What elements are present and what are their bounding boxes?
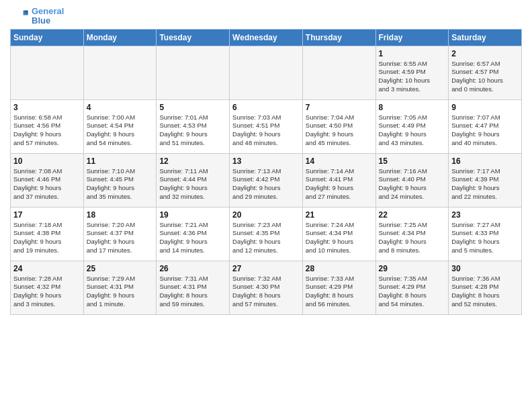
day-info: Sunrise: 7:10 AM Sunset: 4:45 PM Dayligh… — [87, 167, 154, 201]
calendar-week-row: 17Sunrise: 7:18 AM Sunset: 4:38 PM Dayli… — [11, 207, 522, 261]
day-number: 2 — [451, 49, 519, 58]
day-number: 8 — [379, 103, 446, 112]
calendar-cell: 14Sunrise: 7:14 AM Sunset: 4:41 PM Dayli… — [302, 153, 375, 207]
day-info: Sunrise: 6:55 AM Sunset: 4:59 PM Dayligh… — [379, 60, 446, 94]
weekday-header: Thursday — [302, 29, 375, 46]
day-info: Sunrise: 6:57 AM Sunset: 4:57 PM Dayligh… — [451, 60, 519, 94]
day-info: Sunrise: 7:20 AM Sunset: 4:37 PM Dayligh… — [87, 221, 154, 255]
calendar-cell: 5Sunrise: 7:01 AM Sunset: 4:53 PM Daylig… — [157, 99, 230, 153]
day-number: 3 — [13, 103, 81, 112]
day-info: Sunrise: 7:01 AM Sunset: 4:53 PM Dayligh… — [159, 113, 226, 148]
calendar-cell: 22Sunrise: 7:25 AM Sunset: 4:34 PM Dayli… — [375, 207, 449, 261]
calendar-cell: 27Sunrise: 7:32 AM Sunset: 4:30 PM Dayli… — [230, 261, 303, 314]
day-number: 28 — [306, 264, 373, 273]
day-info: Sunrise: 7:05 AM Sunset: 4:49 PM Dayligh… — [379, 113, 446, 148]
calendar-cell: 1Sunrise: 6:55 AM Sunset: 4:59 PM Daylig… — [375, 46, 449, 99]
calendar-cell — [302, 46, 375, 99]
day-info: Sunrise: 7:27 AM Sunset: 4:33 PM Dayligh… — [451, 221, 519, 255]
day-number: 25 — [87, 264, 154, 273]
day-info: Sunrise: 7:03 AM Sunset: 4:51 PM Dayligh… — [232, 113, 300, 148]
day-info: Sunrise: 7:25 AM Sunset: 4:34 PM Dayligh… — [379, 221, 446, 255]
day-info: Sunrise: 7:35 AM Sunset: 4:29 PM Dayligh… — [379, 275, 446, 309]
calendar-cell: 8Sunrise: 7:05 AM Sunset: 4:49 PM Daylig… — [375, 99, 449, 153]
day-number: 22 — [379, 210, 446, 220]
weekday-header: Saturday — [449, 29, 522, 46]
day-number: 27 — [232, 264, 300, 273]
day-info: Sunrise: 7:11 AM Sunset: 4:44 PM Dayligh… — [159, 167, 226, 201]
calendar-cell — [11, 46, 84, 99]
day-info: Sunrise: 7:14 AM Sunset: 4:41 PM Dayligh… — [306, 167, 373, 201]
weekday-header: Friday — [375, 29, 449, 46]
calendar-cell: 11Sunrise: 7:10 AM Sunset: 4:45 PM Dayli… — [83, 153, 157, 207]
day-number: 10 — [13, 156, 81, 166]
calendar-week-row: 24Sunrise: 7:28 AM Sunset: 4:32 PM Dayli… — [11, 261, 522, 314]
logo-text: General Blue — [32, 7, 64, 26]
calendar-cell: 20Sunrise: 7:23 AM Sunset: 4:35 PM Dayli… — [230, 207, 303, 261]
calendar-cell: 23Sunrise: 7:27 AM Sunset: 4:33 PM Dayli… — [449, 207, 522, 261]
day-info: Sunrise: 7:04 AM Sunset: 4:50 PM Dayligh… — [306, 113, 373, 148]
calendar-cell: 17Sunrise: 7:18 AM Sunset: 4:38 PM Dayli… — [11, 207, 84, 261]
calendar-cell: 21Sunrise: 7:24 AM Sunset: 4:34 PM Dayli… — [302, 207, 375, 261]
day-number: 24 — [13, 264, 81, 273]
calendar-cell: 25Sunrise: 7:29 AM Sunset: 4:31 PM Dayli… — [83, 261, 157, 314]
calendar-cell: 24Sunrise: 7:28 AM Sunset: 4:32 PM Dayli… — [11, 261, 84, 314]
calendar-table: SundayMondayTuesdayWednesdayThursdayFrid… — [10, 29, 522, 315]
day-info: Sunrise: 7:21 AM Sunset: 4:36 PM Dayligh… — [159, 221, 226, 255]
day-info: Sunrise: 7:08 AM Sunset: 4:46 PM Dayligh… — [13, 167, 81, 201]
day-number: 11 — [87, 156, 154, 166]
day-number: 1 — [379, 49, 446, 58]
day-number: 7 — [306, 103, 373, 112]
calendar-cell — [83, 46, 157, 99]
calendar-cell: 3Sunrise: 6:58 AM Sunset: 4:56 PM Daylig… — [11, 99, 84, 153]
day-info: Sunrise: 7:29 AM Sunset: 4:31 PM Dayligh… — [87, 275, 154, 309]
day-number: 18 — [87, 210, 154, 220]
day-info: Sunrise: 7:00 AM Sunset: 4:54 PM Dayligh… — [87, 113, 154, 148]
weekday-header: Monday — [83, 29, 157, 46]
calendar-cell: 19Sunrise: 7:21 AM Sunset: 4:36 PM Dayli… — [157, 207, 230, 261]
day-info: Sunrise: 6:58 AM Sunset: 4:56 PM Dayligh… — [13, 113, 81, 148]
weekday-header: Wednesday — [230, 29, 303, 46]
day-info: Sunrise: 7:17 AM Sunset: 4:39 PM Dayligh… — [451, 167, 519, 201]
day-info: Sunrise: 7:07 AM Sunset: 4:47 PM Dayligh… — [451, 113, 519, 148]
day-number: 20 — [232, 210, 300, 220]
day-info: Sunrise: 7:23 AM Sunset: 4:35 PM Dayligh… — [232, 221, 300, 255]
weekday-header: Tuesday — [157, 29, 230, 46]
calendar-cell: 7Sunrise: 7:04 AM Sunset: 4:50 PM Daylig… — [302, 99, 375, 153]
calendar-cell: 15Sunrise: 7:16 AM Sunset: 4:40 PM Dayli… — [375, 153, 449, 207]
logo: General Blue — [10, 7, 64, 26]
day-number: 4 — [87, 103, 154, 112]
calendar-cell: 10Sunrise: 7:08 AM Sunset: 4:46 PM Dayli… — [11, 153, 84, 207]
day-number: 15 — [379, 156, 446, 166]
day-number: 29 — [379, 264, 446, 273]
day-number: 23 — [451, 210, 519, 220]
day-info: Sunrise: 7:28 AM Sunset: 4:32 PM Dayligh… — [13, 275, 81, 309]
calendar-cell — [230, 46, 303, 99]
day-info: Sunrise: 7:36 AM Sunset: 4:28 PM Dayligh… — [451, 275, 519, 309]
day-number: 12 — [159, 156, 226, 166]
calendar-cell: 18Sunrise: 7:20 AM Sunset: 4:37 PM Dayli… — [83, 207, 157, 261]
day-info: Sunrise: 7:33 AM Sunset: 4:29 PM Dayligh… — [306, 275, 373, 309]
day-number: 30 — [451, 264, 519, 273]
calendar-cell: 12Sunrise: 7:11 AM Sunset: 4:44 PM Dayli… — [157, 153, 230, 207]
day-info: Sunrise: 7:16 AM Sunset: 4:40 PM Dayligh… — [379, 167, 446, 201]
day-number: 5 — [159, 103, 226, 112]
day-info: Sunrise: 7:31 AM Sunset: 4:31 PM Dayligh… — [159, 275, 226, 309]
day-number: 13 — [232, 156, 300, 166]
day-info: Sunrise: 7:18 AM Sunset: 4:38 PM Dayligh… — [13, 221, 81, 255]
calendar-cell: 6Sunrise: 7:03 AM Sunset: 4:51 PM Daylig… — [230, 99, 303, 153]
page-container: General Blue SundayMondayTuesdayWednesda… — [0, 0, 532, 322]
weekday-header-row: SundayMondayTuesdayWednesdayThursdayFrid… — [11, 29, 522, 46]
day-number: 14 — [306, 156, 373, 166]
day-info: Sunrise: 7:32 AM Sunset: 4:30 PM Dayligh… — [232, 275, 300, 309]
day-number: 6 — [232, 103, 300, 112]
calendar-cell: 2Sunrise: 6:57 AM Sunset: 4:57 PM Daylig… — [449, 46, 522, 99]
day-number: 26 — [159, 264, 226, 273]
logo-icon — [10, 7, 29, 26]
day-number: 21 — [306, 210, 373, 220]
day-number: 16 — [451, 156, 519, 166]
calendar-cell — [157, 46, 230, 99]
calendar-cell: 9Sunrise: 7:07 AM Sunset: 4:47 PM Daylig… — [449, 99, 522, 153]
calendar-cell: 16Sunrise: 7:17 AM Sunset: 4:39 PM Dayli… — [449, 153, 522, 207]
day-info: Sunrise: 7:13 AM Sunset: 4:42 PM Dayligh… — [232, 167, 300, 201]
day-number: 9 — [451, 103, 519, 112]
